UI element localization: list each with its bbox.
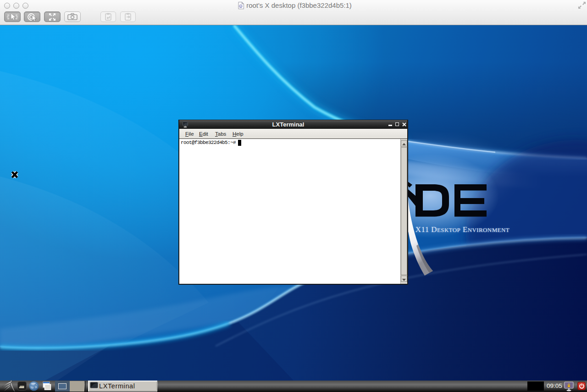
svg-text:HT X11 DESKTOP ENVIRONMENT: HT X11 DESKTOP ENVIRONMENT (405, 225, 509, 234)
svg-text:@: @ (239, 5, 242, 8)
